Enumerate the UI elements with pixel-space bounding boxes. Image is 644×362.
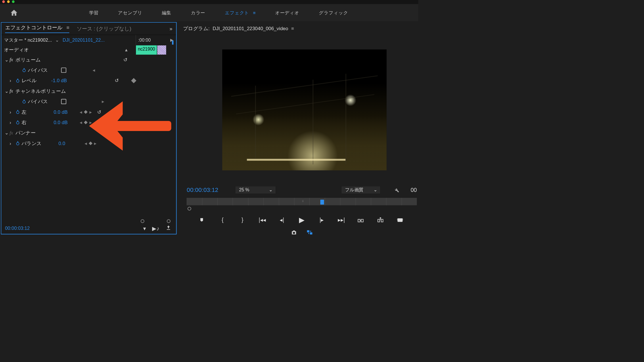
reset-icon[interactable]: ↺ — [97, 109, 101, 115]
lift-icon[interactable] — [357, 217, 365, 222]
right-value[interactable]: 0.0 dB — [53, 120, 76, 125]
camera-icon[interactable] — [291, 230, 297, 235]
panel-menu-icon[interactable]: ≡ — [66, 25, 69, 30]
window-zoom-dot[interactable] — [12, 0, 15, 3]
home-button[interactable] — [9, 8, 18, 17]
reset-icon[interactable]: ↺ — [123, 57, 127, 63]
collapse-icon[interactable]: ▴ — [125, 47, 127, 53]
mini-clip-video[interactable] — [157, 45, 166, 55]
tab-assembly[interactable]: アセンブリ — [118, 9, 142, 16]
prev-keyframe-icon[interactable]: ◂ — [80, 120, 82, 125]
channel-volume-label: チャンネルボリューム — [16, 88, 66, 95]
scroll-handle[interactable] — [167, 219, 170, 223]
stopwatch-icon[interactable] — [16, 120, 20, 125]
scroll-handle[interactable] — [141, 219, 144, 223]
svg-point-3 — [16, 111, 19, 114]
panner-label: パンナー — [16, 130, 36, 136]
program-video-frame[interactable] — [222, 49, 387, 170]
fx-icon[interactable]: fx — [9, 88, 13, 94]
next-keyframe-icon[interactable]: ▸ — [89, 109, 92, 115]
zoom-scroll-handle[interactable] — [187, 207, 191, 211]
play-only-icon[interactable]: ▶♪ — [152, 225, 159, 232]
add-keyframe-icon[interactable] — [84, 121, 88, 124]
program-scrubber[interactable]: ⠿ — [187, 198, 417, 205]
tab-graphics[interactable]: グラフィック — [319, 9, 348, 16]
svg-point-1 — [16, 80, 19, 82]
chevron-down-icon[interactable]: ⌄ — [55, 37, 59, 43]
mini-playhead[interactable] — [172, 41, 173, 45]
zoom-select[interactable]: 25 %⌄ — [235, 186, 276, 194]
go-to-out-icon[interactable]: ▸▸| — [338, 217, 345, 223]
next-keyframe-icon[interactable]: ▸ — [89, 120, 92, 125]
tab-editing[interactable]: 編集 — [162, 9, 171, 16]
panel-tab-source[interactable]: ソース : (クリップなし) — [77, 25, 131, 32]
program-sequence-name: DJI_20201101_223040_006_video — [212, 26, 288, 31]
stopwatch-icon[interactable] — [22, 99, 26, 104]
stopwatch-icon[interactable] — [16, 141, 20, 146]
step-forward-icon[interactable]: |▸ — [318, 217, 325, 223]
expand-volume[interactable]: ⌄ — [4, 57, 9, 63]
expand-balance[interactable]: › — [4, 140, 9, 146]
expand-right[interactable]: › — [4, 120, 9, 125]
expand-panner[interactable]: ⌄ — [4, 130, 9, 136]
fx-icon[interactable]: fx — [9, 130, 13, 136]
step-back-icon[interactable]: ◂| — [278, 217, 286, 223]
quality-select[interactable]: フル画質⌄ — [341, 186, 380, 194]
prev-keyframe-icon[interactable]: ◂ — [85, 140, 87, 146]
panel-timecode[interactable]: 00:00:03:12 — [5, 226, 30, 231]
svg-rect-8 — [361, 219, 363, 222]
window-close-dot[interactable] — [2, 0, 5, 3]
export-icon[interactable] — [166, 225, 171, 232]
master-clip-label[interactable]: マスター * nc219002... — [4, 37, 52, 43]
go-to-in-icon[interactable]: |◂◂ — [258, 217, 266, 223]
stopwatch-icon[interactable] — [22, 68, 26, 72]
tab-audio[interactable]: オーディオ — [275, 9, 299, 16]
wrench-icon[interactable] — [393, 187, 399, 193]
bypass-checkbox[interactable] — [61, 68, 66, 73]
extract-icon[interactable] — [377, 217, 385, 222]
comparison-view-icon[interactable] — [306, 230, 313, 235]
balance-value[interactable]: 0.0 — [58, 140, 81, 146]
prev-keyframe-icon[interactable]: ◂ — [93, 67, 95, 73]
playhead[interactable] — [320, 200, 324, 205]
program-timecode[interactable]: 00:00:03:12 — [187, 186, 218, 193]
level-value[interactable]: -1.0 dB — [51, 78, 74, 84]
panel-menu-icon[interactable]: ≡ — [291, 26, 294, 31]
svg-point-0 — [23, 69, 25, 72]
expand-icon[interactable]: » — [169, 26, 172, 32]
export-frame-icon[interactable] — [397, 217, 405, 222]
tab-learn[interactable]: 学習 — [89, 9, 98, 16]
window-minimize-dot[interactable] — [7, 0, 10, 3]
fx-icon[interactable]: fx — [9, 57, 13, 62]
reset-icon[interactable]: ↺ — [115, 78, 119, 84]
expand-left[interactable]: › — [4, 109, 9, 115]
left-value[interactable]: 0.0 dB — [53, 109, 76, 115]
bracket-in-icon[interactable]: { — [219, 217, 226, 223]
reset-icon[interactable]: ↺ — [97, 120, 101, 125]
add-keyframe-icon[interactable] — [84, 110, 88, 114]
tab-effects[interactable]: エフェクト ≡ — [225, 9, 256, 16]
program-title-prefix: プログラム: — [183, 25, 210, 32]
stopwatch-icon[interactable] — [16, 110, 20, 114]
effect-mini-timeline[interactable]: :00:00 nc21900 — [136, 35, 175, 55]
sequence-clip-label[interactable]: DJI_20201101_22... — [63, 37, 105, 43]
next-keyframe-icon[interactable]: ▸ — [102, 99, 104, 104]
chevron-down-icon: ⌄ — [373, 187, 377, 192]
mini-clip-audio[interactable]: nc21900 — [136, 45, 157, 55]
bracket-out-icon[interactable]: } — [239, 217, 246, 223]
play-icon[interactable]: ▶ — [298, 216, 306, 224]
filter-icon[interactable]: ▾ — [143, 225, 146, 232]
mark-in-icon[interactable] — [199, 217, 206, 222]
tab-color[interactable]: カラー — [191, 9, 205, 16]
prev-keyframe-icon[interactable]: ◂ — [80, 109, 82, 115]
keyframe-marker[interactable] — [131, 78, 136, 83]
hamburger-icon[interactable]: ≡ — [252, 10, 255, 15]
next-keyframe-icon[interactable]: ▸ — [94, 140, 96, 146]
expand-level[interactable]: › — [4, 78, 9, 84]
panel-tab-effect-controls[interactable]: エフェクトコントロール ≡ — [5, 24, 70, 33]
bypass-checkbox[interactable] — [61, 99, 66, 104]
expand-channel-volume[interactable]: ⌄ — [4, 88, 9, 94]
stopwatch-icon[interactable] — [16, 78, 20, 83]
add-keyframe-icon[interactable] — [89, 141, 93, 145]
left-label: 左 — [22, 109, 26, 115]
